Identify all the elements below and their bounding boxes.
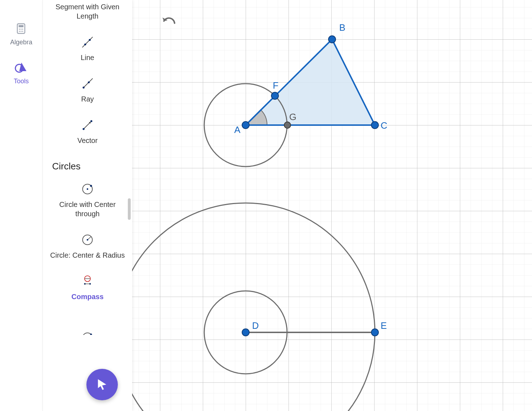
calculator-icon xyxy=(14,21,28,36)
tool-ray[interactable]: Ray xyxy=(50,76,125,104)
tool-label: Vector xyxy=(77,136,98,145)
pointer-fab[interactable] xyxy=(86,369,118,400)
tool-label: Circle with Center through xyxy=(50,200,125,218)
svg-point-10 xyxy=(84,44,86,45)
tool-label: Segment with Given Length xyxy=(50,2,125,21)
tool-compass[interactable]: Compass xyxy=(50,274,125,301)
point-c[interactable] xyxy=(371,122,378,129)
label-e: E xyxy=(381,320,387,331)
tool-label: Ray xyxy=(81,94,94,104)
label-d: D xyxy=(252,320,259,331)
tool-label: Circle: Center & Radius xyxy=(50,251,125,260)
svg-point-3 xyxy=(21,29,22,30)
rail-tools-label: Tools xyxy=(14,78,29,85)
svg-line-9 xyxy=(82,37,92,47)
label-c: C xyxy=(381,120,387,131)
tools-panel: Segment with Given Length Line R xyxy=(43,0,132,411)
circle-through-icon xyxy=(80,182,95,196)
svg-rect-1 xyxy=(19,25,24,27)
svg-point-20 xyxy=(90,185,92,187)
svg-point-16 xyxy=(82,128,84,130)
svg-point-17 xyxy=(90,120,92,122)
svg-point-14 xyxy=(88,81,90,83)
svg-point-7 xyxy=(22,31,23,32)
label-b: B xyxy=(339,22,345,33)
pointer-icon xyxy=(95,377,109,392)
tool-label: Line xyxy=(81,53,94,62)
panel-scrollbar[interactable] xyxy=(128,198,131,220)
rail-algebra-label: Algebra xyxy=(10,39,32,46)
ray-icon xyxy=(80,76,95,91)
tool-circle-center-through[interactable]: Circle with Center through xyxy=(50,182,125,218)
geometry-canvas[interactable]: A B C F G D E xyxy=(132,0,532,411)
svg-point-23 xyxy=(87,239,89,241)
tool-circle-center-radius[interactable]: Circle: Center & Radius xyxy=(50,233,125,260)
line-icon xyxy=(80,35,95,49)
shapes-icon xyxy=(14,60,29,75)
label-a: A xyxy=(234,124,241,135)
svg-point-19 xyxy=(87,188,89,190)
point-f[interactable] xyxy=(271,92,278,99)
svg-point-6 xyxy=(21,31,22,32)
label-f: F xyxy=(273,80,278,91)
tool-next-partial[interactable] xyxy=(50,330,125,335)
tool-label: Compass xyxy=(71,292,104,301)
svg-point-5 xyxy=(19,31,20,32)
point-a[interactable] xyxy=(242,122,249,129)
svg-point-2 xyxy=(19,29,20,30)
svg-point-11 xyxy=(89,39,91,41)
point-b[interactable] xyxy=(328,36,336,43)
svg-point-13 xyxy=(82,86,84,88)
tool-line[interactable]: Line xyxy=(50,35,125,62)
point-g[interactable] xyxy=(284,122,291,128)
rail-algebra[interactable]: Algebra xyxy=(10,21,32,46)
tool-segment-given-length[interactable]: Segment with Given Length xyxy=(50,2,125,21)
vector-icon xyxy=(80,118,95,132)
point-d[interactable] xyxy=(242,329,249,336)
tool-vector[interactable]: Vector xyxy=(50,118,125,145)
circle-radius-icon xyxy=(80,233,95,247)
semicircle-icon xyxy=(80,330,95,335)
svg-point-4 xyxy=(22,29,23,30)
left-rail: Algebra Tools xyxy=(0,0,43,411)
label-g: G xyxy=(289,112,296,122)
section-circles: Circles xyxy=(52,161,80,172)
point-e[interactable] xyxy=(371,329,378,336)
compass-icon xyxy=(80,274,95,288)
rail-tools[interactable]: Tools xyxy=(14,60,29,85)
